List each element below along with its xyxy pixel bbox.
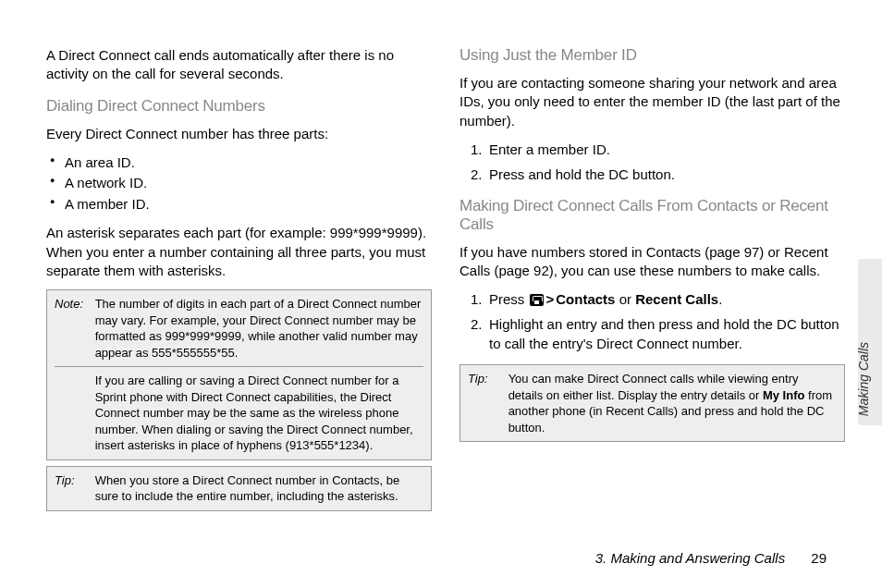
left-column: A Direct Connect call ends automatically…	[46, 46, 432, 517]
heading-contacts: Making Direct Connect Calls From Contact…	[459, 197, 845, 234]
intro-paragraph: A Direct Connect call ends automatically…	[46, 46, 432, 84]
note-box: Note: The number of digits in each part …	[46, 289, 432, 460]
contacts-paragraph: If you have numbers stored in Contacts (…	[459, 243, 845, 281]
list-item: An area ID.	[50, 153, 432, 174]
text-fragment: or	[615, 291, 635, 307]
heading-member-id: Using Just the Member ID	[459, 46, 845, 65]
recent-calls-label: Recent Calls	[635, 291, 718, 307]
chapter-title: 3. Making and Answering Calls	[595, 550, 785, 566]
step-text: Press >Contacts or Recent Calls.	[489, 291, 722, 307]
heading-dialing: Dialing Direct Connect Numbers	[46, 97, 432, 116]
my-info-label: My Info	[763, 388, 805, 402]
member-steps: 1.Enter a member ID. 2.Press and hold th…	[471, 140, 845, 184]
note-text-2: If you are calling or saving a Direct Co…	[95, 373, 422, 454]
page-footer: 3. Making and Answering Calls 29	[595, 550, 827, 566]
tip-label: Tip:	[468, 371, 505, 387]
step-text: Enter a member ID.	[489, 141, 610, 157]
contacts-label: Contacts	[556, 291, 615, 307]
step-text: Press and hold the DC button.	[489, 166, 675, 182]
note-text-1: The number of digits in each part of a D…	[95, 296, 422, 361]
step-item: 1.Enter a member ID.	[471, 140, 845, 159]
parts-intro: Every Direct Connect number has three pa…	[46, 125, 432, 143]
note-divider	[55, 366, 423, 367]
member-paragraph: If you are contacting someone sharing yo…	[459, 74, 845, 130]
tip-box-right: Tip: You can make Direct Connect calls w…	[459, 364, 845, 442]
step-item: 2.Press and hold the DC button.	[471, 165, 845, 184]
parts-list: An area ID. A network ID. A member ID.	[50, 153, 432, 215]
step-item: 2.Highlight an entry and then press and …	[471, 314, 845, 353]
tip-text: When you store a Direct Connect number i…	[95, 472, 422, 505]
asterisk-paragraph: An asterisk separates each part (for exa…	[46, 224, 432, 280]
contacts-steps: 1. Press >Contacts or Recent Calls. 2.Hi…	[471, 289, 845, 353]
note-spacer	[55, 373, 92, 389]
home-icon	[530, 294, 544, 306]
tip-text: You can make Direct Connect calls while …	[508, 371, 835, 435]
text-fragment: Press	[489, 291, 529, 307]
page-number: 29	[811, 550, 827, 566]
side-section-label: Making Calls	[856, 342, 871, 416]
greater-than-icon: >	[545, 291, 557, 307]
note-label: Note:	[55, 296, 92, 312]
step-text: Highlight an entry and then press and ho…	[489, 316, 839, 351]
text-fragment: You can make Direct Connect calls while …	[508, 372, 799, 402]
list-item: A network ID.	[50, 173, 432, 194]
list-item: A member ID.	[50, 194, 432, 215]
right-column: Using Just the Member ID If you are cont…	[459, 46, 845, 517]
step-item: 1. Press >Contacts or Recent Calls.	[471, 289, 845, 309]
tip-label: Tip:	[55, 472, 92, 489]
tip-box-left: Tip: When you store a Direct Connect num…	[46, 466, 432, 511]
text-fragment: .	[718, 291, 722, 307]
